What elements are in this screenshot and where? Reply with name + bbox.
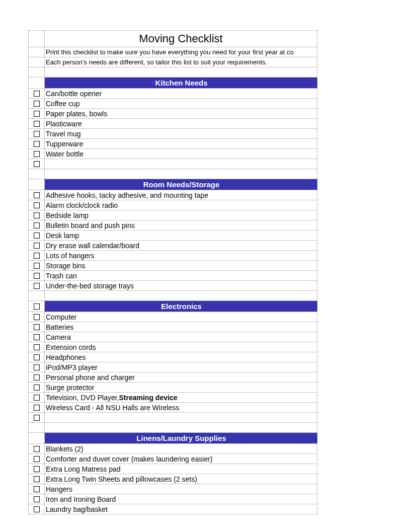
item-label: Headphones (45, 352, 317, 362)
section-header: Linens/Laundry Supplies (45, 433, 317, 443)
checkbox-icon[interactable] (34, 476, 40, 482)
checkbox-icon[interactable] (34, 354, 40, 360)
checkbox-icon[interactable] (34, 101, 40, 107)
checkbox-icon[interactable] (34, 456, 40, 462)
checkbox-icon[interactable] (34, 364, 40, 370)
list-item: Extra Long Matress pad (28, 464, 317, 474)
checkbox-icon[interactable] (34, 466, 40, 472)
checkbox-icon[interactable] (34, 446, 40, 452)
item-label: Extra Long Matress pad (45, 464, 317, 474)
section-header: Room Needs/Storage (45, 179, 317, 190)
checkbox-icon[interactable] (34, 496, 40, 502)
item-label: Storage bins (45, 261, 317, 270)
list-item: Iron and Ironing Board (28, 494, 317, 504)
title-check-cell (28, 31, 45, 47)
list-item: Extra Long Twin Sheets and pillowcases (… (28, 474, 317, 484)
checkbox-icon[interactable] (34, 111, 40, 117)
checkbox-icon[interactable] (34, 395, 40, 401)
list-item: Television, DVD Player, Streaming device (28, 393, 317, 403)
checkbox-icon[interactable] (34, 141, 40, 147)
checkbox-icon[interactable] (34, 253, 40, 259)
list-item: Coffee cup (28, 99, 317, 109)
spacer-row (28, 423, 317, 433)
item-label: Plasticware (45, 119, 317, 128)
checkbox-icon[interactable] (34, 121, 40, 127)
list-item: Adhesive hooks, tacky adhesive, and moun… (28, 190, 317, 200)
list-item: Can/bottle opener (28, 89, 317, 99)
checkbox-icon[interactable] (34, 334, 40, 340)
item-label: Desk lamp (45, 231, 317, 240)
list-item: Surge protector (28, 383, 317, 393)
checkbox-icon[interactable] (34, 405, 40, 411)
item-label: Computer (45, 312, 317, 322)
item-label: Television, DVD Player, Streaming device (45, 393, 317, 402)
list-item: Headphones (28, 352, 317, 362)
checkbox-icon[interactable] (34, 415, 40, 421)
intro-text-1: Print this checklist to make sure you ha… (45, 47, 317, 57)
checkbox-icon[interactable] (34, 303, 40, 310)
list-item: Dry erase wall calendar/board (28, 241, 317, 251)
list-item: Storage bins (28, 261, 317, 271)
item-label: Can/bottle opener (45, 89, 317, 98)
item-label: Trash can (45, 271, 317, 280)
item-label: Adhesive hooks, tacky adhesive, and moun… (45, 190, 317, 200)
checkbox-icon[interactable] (34, 374, 40, 381)
checkbox-icon[interactable] (34, 161, 40, 167)
checkbox-icon[interactable] (34, 385, 40, 391)
checkbox-icon[interactable] (34, 212, 40, 218)
item-label: Laundry bag/basket (45, 504, 317, 514)
checkbox-icon[interactable] (34, 131, 40, 137)
item-label: Iron and Ironing Board (45, 494, 317, 504)
checkbox-icon[interactable] (34, 222, 40, 229)
list-item (28, 413, 317, 423)
list-item: Desk lamp (28, 231, 317, 241)
list-item: Comforter and duvet cover (makes launder… (28, 454, 317, 464)
list-item (28, 159, 317, 169)
page-title: Moving Checklist (45, 31, 317, 47)
section-header-row: Electronics (28, 301, 317, 312)
checkbox-icon[interactable] (34, 324, 40, 330)
list-item: Extension cords (28, 342, 317, 352)
list-item: Computer (28, 312, 317, 322)
item-label: Coffee cup (45, 99, 317, 108)
item-label: Surge protector (45, 383, 317, 392)
checkbox-icon[interactable] (34, 202, 40, 208)
item-label: Paper plates, bowls (45, 109, 317, 118)
checkbox-icon[interactable] (34, 314, 40, 320)
section-header-row: Linens/Laundry Supplies (28, 433, 317, 444)
intro-row-2: Each person's needs are different, so ta… (28, 57, 317, 67)
item-label: Extra Long Twin Sheets and pillowcases (… (45, 474, 317, 484)
list-item: Travel mug (28, 129, 317, 139)
checkbox-icon[interactable] (34, 506, 40, 512)
list-item: Water bottle (28, 149, 317, 159)
item-label: Tupperware (45, 139, 317, 148)
list-item: Blankets (2) (28, 444, 317, 454)
spacer-row (28, 169, 317, 179)
checkbox-icon[interactable] (34, 91, 40, 97)
intro-row-1: Print this checklist to make sure you ha… (28, 47, 317, 57)
item-label-bold: Streaming device (119, 394, 178, 402)
checkbox-icon[interactable] (34, 192, 40, 198)
item-label: Bulletin board and push pins (45, 220, 317, 230)
checkbox-icon[interactable] (34, 233, 40, 239)
list-item: Under-the-bed storage trays (28, 281, 317, 291)
item-label (45, 413, 317, 422)
checkbox-icon[interactable] (34, 273, 40, 279)
item-label: Water bottle (45, 149, 317, 159)
section-header: Electronics (45, 301, 317, 312)
checkbox-icon[interactable] (34, 283, 40, 289)
list-item: Batteries (28, 322, 317, 332)
list-item: Wireless Card - All NSU Halls are Wirele… (28, 403, 317, 413)
checkbox-icon[interactable] (34, 486, 40, 492)
item-label: Dry erase wall calendar/board (45, 241, 317, 250)
item-label: Personal phone and charger (45, 372, 317, 382)
list-item: iPod/MP3 player (28, 362, 317, 372)
intro-text-2: Each person's needs are different, so ta… (45, 57, 317, 67)
checkbox-icon[interactable] (34, 263, 40, 269)
checkbox-icon[interactable] (34, 344, 40, 350)
checkbox-icon[interactable] (34, 151, 40, 157)
list-item: Bedside lamp (28, 210, 317, 220)
title-row: Moving Checklist (28, 30, 317, 47)
checkbox-icon[interactable] (34, 243, 40, 249)
list-item: Lots of hangers (28, 251, 317, 261)
